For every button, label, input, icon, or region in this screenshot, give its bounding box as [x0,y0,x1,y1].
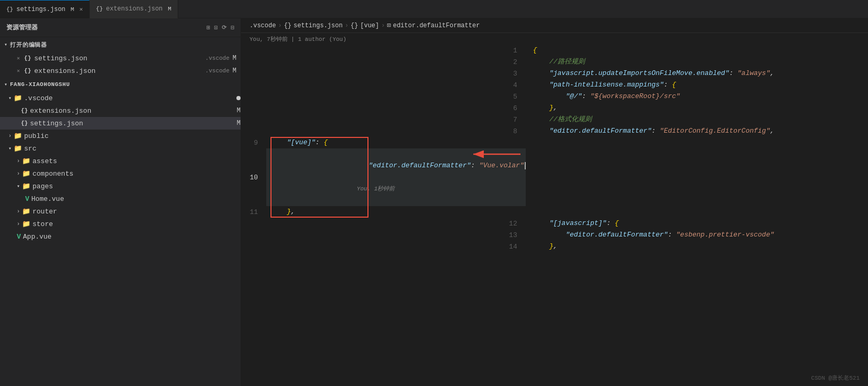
components-chevron: › [17,171,20,177]
tree-components-folder[interactable]: › 📁 components [0,167,241,180]
tree-pages-folder[interactable]: ▾ 📁 pages [0,180,241,192]
tab-extensions[interactable]: {} extensions.json M [90,0,178,18]
line-number: 12 [241,218,526,229]
app-vue-label: App.vue [23,233,52,241]
pages-folder-label: pages [32,183,53,190]
settings-tree-label: settings.json [30,120,83,127]
extensions-icon: {} [21,108,28,114]
breadcrumb-json-icon: {} [284,22,291,29]
line-content: "path-intellisense.mappings": { [529,79,868,91]
pages-folder-icon: 📁 [22,182,30,190]
line-content: "[javascript]": { [529,218,868,229]
settings-filename: settings.json [34,55,202,62]
table-row: 13 "editor.defaultFormatter": "esbenp.pr… [241,229,868,241]
project-header[interactable]: ▾ FANG-XIAOHONGSHU [0,77,241,92]
line-number: 4 [241,79,526,91]
tree-router-folder[interactable]: › 📁 router [0,205,241,218]
tree-vscode-folder[interactable]: ▾ 📁 .vscode [0,92,241,104]
refresh-icon[interactable]: ⟳ [222,24,226,31]
tab-extensions-label: extensions.json [106,5,162,13]
code-area: .vscode › {} settings.json › {} [vue] › … [241,18,868,386]
tab-modified-indicator: M [71,6,74,13]
line-content: }, [266,206,526,218]
open-file-extensions[interactable]: ✕ {} extensions.json .vscode M [0,65,241,77]
public-chevron: › [8,133,12,139]
line-content: "editor.defaultFormatter": "esbenp.prett… [529,229,868,241]
assets-folder-label: assets [32,157,57,165]
line-content: "[vue]": { [266,137,526,148]
main-layout: 资源管理器 ⊞ ⊡ ⟳ ⊟ ▾ 打开的编辑器 ✕ {} settings.jso… [0,18,868,386]
line-content: }, [529,102,868,114]
line-number: 14 [241,241,526,252]
blame-inline: You, 1秒钟前 [357,186,395,192]
pages-chevron: ▾ [17,183,20,189]
sidebar-title: 资源管理器 [6,23,38,32]
tree-assets-folder[interactable]: › 📁 assets [0,155,241,167]
highlight-block: 9 "[vue]": { 10 "editor.defaultFormatter… [241,137,526,218]
cursor [525,162,526,169]
tree-src-folder[interactable]: ▾ 📁 src [0,142,241,155]
tab-extensions-modified: M [168,6,171,12]
table-row: 9 "[vue]": { [241,137,526,148]
project-chevron: ▾ [4,81,8,88]
line-number: 5 [241,91,526,102]
table-row: 4 "path-intellisense.mappings": { [241,79,868,91]
line-content: //路径规则 [529,56,868,68]
breadcrumb-json-icon-2: {} [351,22,358,29]
breadcrumb-sep-3: › [381,22,385,29]
line-number: 10 [241,148,266,206]
breadcrumb-icon: ⊡ [387,22,390,29]
tree-settings-json[interactable]: {} settings.json M [0,117,241,130]
extensions-modified-badge: M [233,67,236,74]
arrow-svg [463,148,526,160]
sidebar-header: 资源管理器 ⊞ ⊡ ⟳ ⊟ [0,18,241,37]
assets-chevron: › [17,158,20,164]
store-chevron: › [17,221,20,227]
sidebar: 资源管理器 ⊞ ⊡ ⟳ ⊟ ▾ 打开的编辑器 ✕ {} settings.jso… [0,18,241,386]
tree-app-vue[interactable]: V App.vue [0,230,241,243]
breadcrumb-settings[interactable]: settings.json [294,22,343,29]
tree-store-folder[interactable]: › 📁 store [0,218,241,230]
open-editors-section[interactable]: ▾ 打开的编辑器 [0,37,241,52]
line-content: "javascript.updateImportsOnFileMove.enab… [529,68,868,79]
assets-folder-icon: 📁 [22,157,30,165]
tab-settings[interactable]: {} settings.json M ✕ [0,0,90,18]
tree-home-vue[interactable]: V Home.vue [0,192,241,205]
tree-extensions-json[interactable]: {} extensions.json M [0,104,241,117]
src-folder-label: src [24,145,36,153]
line-number: 6 [241,102,526,114]
code-lines: 1 { 2 //路径规则 3 "javascrip [241,45,868,252]
router-folder-label: router [32,208,57,216]
open-file-settings[interactable]: ✕ {} settings.json .vscode M [0,52,241,65]
extensions-tree-modified: M [237,107,241,114]
close-extensions-icon[interactable]: ✕ [17,68,20,74]
line-content: { [529,45,868,56]
code-lines-container: 1 { 2 //路径规则 3 "javascrip [241,45,868,252]
home-vue-label: Home.vue [31,195,64,203]
tree-public-folder[interactable]: › 📁 public [0,130,241,142]
line-number: 13 [241,229,526,241]
settings-icon: {} [21,120,28,126]
breadcrumb-vscode[interactable]: .vscode [249,22,276,29]
extensions-json-icon: {} [24,68,31,74]
new-file-icon[interactable]: ⊞ [207,24,210,31]
new-folder-icon[interactable]: ⊡ [214,24,218,31]
collapse-icon[interactable]: ⊟ [231,24,234,31]
settings-tree-modified: M [237,120,241,127]
json-icon-2: {} [96,6,103,12]
line-number: 7 [241,114,526,125]
line-number: 1 [241,45,526,56]
project-name: FANG-XIAOHONGSHU [10,81,70,88]
line-content: "editor.defaultFormatter": "EditorConfig… [529,125,868,137]
extensions-tree-label: extensions.json [30,107,91,115]
code-editor[interactable]: 1 { 2 //路径规则 3 "javascrip [241,45,868,386]
breadcrumb-vue[interactable]: [vue] [360,22,379,29]
tab-close-button[interactable]: ✕ [79,6,83,13]
line-number: 8 [241,125,526,137]
close-settings-icon[interactable]: ✕ [17,55,20,61]
breadcrumb: .vscode › {} settings.json › {} [vue] › … [241,18,868,33]
router-chevron: › [17,209,20,215]
breadcrumb-formatter[interactable]: editor.defaultFormatter [393,22,480,29]
src-folder-icon: 📁 [14,144,22,153]
extensions-filename: extensions.json [34,67,202,75]
